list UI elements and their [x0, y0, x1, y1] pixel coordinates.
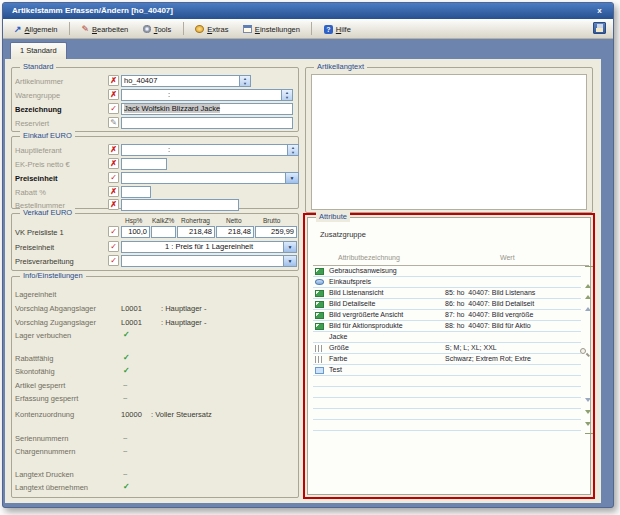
attribute-row[interactable]: FarbeSchwarz; Extrem Rot; Extre — [313, 354, 581, 365]
scroll-to-top-icon[interactable] — [585, 266, 593, 274]
list-values-icon — [315, 345, 324, 352]
kalkz-field[interactable] — [151, 226, 176, 238]
attribute-row[interactable]: Einkaufspreis — [313, 277, 581, 288]
menu-bearbeiten[interactable]: ✎Bearbeiten — [76, 21, 133, 37]
menu-extras[interactable]: Extras — [190, 21, 233, 37]
attribute-row[interactable]: Gebrauchsanweisung — [313, 266, 581, 277]
app-window: Artikelstamm Erfassen/Ändern [ho_40407] … — [2, 2, 614, 508]
preisverarbeitung-dropdown[interactable] — [121, 255, 297, 267]
form-panel: Standard Artikelnummer ✗ ho_40407 Wareng… — [5, 59, 601, 503]
settings-window-icon — [243, 25, 252, 33]
scroll-down-icon[interactable] — [585, 414, 593, 422]
titlebar[interactable]: Artikelstamm Erfassen/Ändern [ho_40407] … — [3, 3, 613, 19]
attribute-row[interactable]: Bild Listenansicht85: ho_40407: Bild Lis… — [313, 288, 581, 299]
window-title: Artikelstamm Erfassen/Ändern [ho_40407] — [12, 6, 173, 15]
col-hsp: Hsp% — [125, 217, 142, 224]
gold-coin-icon — [195, 25, 204, 33]
menu-allgemein[interactable]: ↗Allgemein — [9, 21, 63, 37]
chevron-down-icon[interactable] — [283, 256, 296, 266]
bezeichnung-field[interactable]: Jack Wolfskin Blizzard Jacke — [121, 103, 293, 115]
col-rohertrag: Rohertrag — [181, 217, 210, 224]
attribute-row-empty[interactable] — [313, 376, 581, 387]
magnifier-icon[interactable] — [580, 348, 589, 357]
col-netto: Netto — [226, 217, 242, 224]
scroll-up-icon[interactable] — [585, 278, 593, 286]
required-x-icon: ✗ — [108, 144, 119, 155]
einkauf-preiseinheit-dropdown[interactable] — [121, 172, 299, 184]
attribute-row[interactable]: Jacke — [313, 332, 581, 343]
attribute-row-empty[interactable] — [313, 409, 581, 420]
warengruppe-field[interactable]: : — [121, 89, 293, 101]
dash-mark: -- — [123, 393, 126, 402]
required-x-icon: ✗ — [108, 89, 119, 100]
hauptlieferant-field[interactable]: : — [121, 144, 299, 156]
image-attachment-icon — [315, 301, 324, 308]
scroll-to-bottom-icon[interactable] — [585, 426, 593, 434]
required-x-icon: ✗ — [108, 158, 119, 169]
attribute-row[interactable]: Test — [313, 365, 581, 376]
attribute-row[interactable]: GrößeS; M; L; XL; XXL — [313, 343, 581, 354]
menu-einstellungen[interactable]: Einstellungen — [238, 21, 305, 37]
check-mark: ✓ — [123, 482, 130, 491]
menu-separator — [183, 22, 184, 35]
reserviert-field[interactable] — [121, 117, 293, 129]
tab-band: 1 Standard — [3, 39, 613, 59]
bezeichnung-label: Bezeichnung — [15, 104, 62, 115]
attribute-row-empty[interactable] — [313, 398, 581, 409]
rabatt-field[interactable] — [121, 186, 151, 198]
group-info-title: Info/Einstellungen — [20, 271, 86, 281]
attribute-row-empty[interactable] — [313, 420, 581, 431]
check-mark: ✓ — [123, 366, 130, 375]
required-x-icon: ✗ — [108, 75, 119, 86]
reserviert-label: Reserviert — [15, 118, 49, 129]
attribute-row[interactable]: Bild Detailseite86: ho_40407: Bild Detai… — [313, 299, 581, 310]
group-attribute: Attribute Zusatzgruppe Attributbezeichnu… — [307, 217, 591, 495]
close-icon[interactable]: x — [593, 5, 606, 17]
langtext-textarea[interactable] — [311, 74, 587, 210]
valid-check-icon: ✓ — [108, 241, 119, 252]
chevron-down-icon[interactable] — [283, 242, 296, 252]
ek-preis-field[interactable] — [121, 158, 167, 170]
group-einkauf-title: Einkauf EURO — [20, 131, 75, 141]
valid-check-icon: ✓ — [108, 255, 119, 266]
sort-up-icon[interactable] — [585, 290, 593, 298]
col-attributbezeichnung: Attributbezeichnung — [338, 254, 400, 261]
col-brutto: Brutto — [263, 217, 280, 224]
valid-check-icon: ✓ — [108, 172, 119, 183]
sort-down-icon[interactable] — [585, 402, 593, 410]
image-attachment-icon — [315, 323, 324, 330]
verkauf-preiseinheit-dropdown[interactable]: 1 : Preis für 1 Lagereinheit — [121, 241, 297, 253]
gear-icon — [143, 25, 151, 33]
bestellnummer-field[interactable] — [121, 199, 239, 211]
brutto-field[interactable]: 259,99 — [255, 226, 297, 238]
menu-separator — [311, 22, 312, 35]
netto-field[interactable]: 218,48 — [216, 226, 254, 238]
hauptlieferant-label: Hauptlieferant — [15, 145, 62, 156]
attribute-row[interactable]: Bild für Aktionsprodukte88: ho_40407: Bi… — [313, 321, 581, 332]
spinner-icon[interactable] — [287, 145, 298, 155]
attribute-row[interactable]: Bild vergrößerte Ansicht87: ho_40407: Bi… — [313, 310, 581, 321]
menu-separator — [69, 22, 70, 35]
group-attribute-title: Attribute — [316, 212, 350, 222]
text-attribute-icon — [315, 367, 324, 374]
attribute-row-empty[interactable] — [313, 387, 581, 398]
rohertrag-field[interactable]: 218,48 — [177, 226, 215, 238]
dash-mark: -- — [123, 433, 126, 442]
verkauf-preiseinheit-label: Preiseinheit — [15, 242, 54, 253]
rabatt-label: Rabatt % — [15, 187, 46, 198]
arrow-up-right-icon: ↗ — [14, 25, 22, 34]
spinner-icon[interactable] — [239, 76, 250, 86]
artikelnummer-label: Artikelnummer — [15, 76, 63, 87]
spinner-icon[interactable] — [281, 90, 292, 100]
help-icon: ? — [324, 25, 333, 34]
save-icon[interactable] — [593, 22, 606, 34]
group-verkauf-title: Verkauf EURO — [20, 208, 75, 218]
col-kalkz: KalkZ% — [152, 217, 174, 224]
hsp-field[interactable]: 100,0 — [121, 226, 150, 238]
chevron-down-icon[interactable] — [285, 173, 298, 183]
menu-hilfe[interactable]: ?Hilfe — [319, 21, 356, 37]
tab-standard[interactable]: 1 Standard — [10, 42, 67, 59]
required-x-icon: ✗ — [108, 199, 119, 210]
artikelnummer-field[interactable]: ho_40407 — [121, 75, 251, 87]
menu-tools[interactable]: Tools — [138, 21, 177, 37]
